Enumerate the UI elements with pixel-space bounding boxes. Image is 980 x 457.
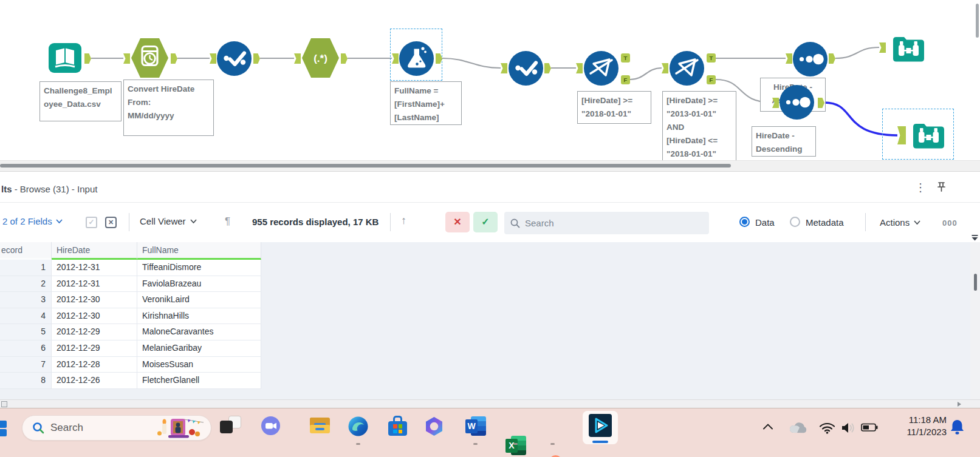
cell-fullname[interactable]: MaloneCaravantes (137, 324, 261, 340)
annotation-datetime[interactable]: Convert HireDate From: MM/dd/yyyy (123, 80, 214, 136)
connection-wire[interactable] (630, 68, 662, 80)
metadata-radio[interactable] (790, 217, 800, 227)
actions-dropdown[interactable]: Actions (880, 217, 920, 228)
search-input[interactable] (525, 218, 703, 228)
canvas-horizontal-scrollbar[interactable] (0, 160, 980, 171)
cell-hiredate[interactable]: 2012-12-29 (52, 324, 137, 340)
filter-tool-1[interactable] (584, 51, 618, 88)
results-data-grid[interactable]: ecord HireDate FullName 1 2012-12-31 Tif… (0, 242, 970, 400)
scroll-right-arrow-icon[interactable] (956, 401, 962, 407)
annotation-filter2[interactable]: [HireDate] >= "2013-01-01" AND [HireDate… (662, 91, 736, 160)
annotation-sort-descending[interactable]: HireDate - Descending (752, 126, 816, 157)
task-view-icon[interactable] (220, 416, 243, 435)
sort-tool-1[interactable] (793, 42, 828, 79)
column-header-hiredate[interactable]: HireDate (52, 242, 137, 260)
pilcrow-icon[interactable]: ¶ (225, 215, 230, 228)
cell-hiredate[interactable]: 2012-12-29 (52, 340, 137, 357)
cell-hiredate[interactable]: 2012-12-28 (52, 357, 137, 373)
metadata-radio-label[interactable]: Metadata (806, 217, 844, 228)
cell-hiredate[interactable]: 2012-12-26 (52, 373, 137, 389)
data-radio[interactable] (739, 217, 750, 227)
select-all-checkbox-icon[interactable]: ✓ (86, 217, 97, 228)
cell-record[interactable]: 5 (0, 324, 52, 340)
word-icon[interactable]: W (465, 416, 486, 436)
connection-wire[interactable] (442, 58, 501, 68)
edge-browser-icon[interactable] (348, 416, 368, 439)
cell-fullname[interactable]: VeronikLaird (137, 292, 261, 308)
kebab-menu-icon[interactable]: ⋮ (915, 181, 926, 194)
chat-icon[interactable] (261, 416, 280, 438)
cell-hiredate[interactable]: 2012-12-31 (52, 260, 137, 276)
excel-icon[interactable]: X (505, 436, 526, 455)
cell-fullname[interactable]: MoisesSusan (137, 357, 261, 373)
false-filter-button[interactable]: ✕ (445, 212, 470, 232)
taskbar-search-input[interactable] (50, 422, 148, 434)
wifi-icon[interactable] (819, 422, 835, 434)
true-filter-button[interactable]: ✓ (473, 212, 498, 232)
cell-viewer-dropdown[interactable]: Cell Viewer (140, 216, 197, 226)
cell-hiredate[interactable]: 2012-12-31 (52, 276, 137, 293)
cell-record[interactable]: 1 (0, 260, 52, 276)
true-output-anchor[interactable]: T (707, 53, 716, 63)
cell-record[interactable]: 2 (0, 276, 52, 293)
scrollbar-thumb[interactable] (974, 274, 977, 291)
cell-record[interactable]: 7 (0, 357, 52, 373)
data-radio-label[interactable]: Data (755, 217, 775, 228)
file-explorer-icon[interactable] (310, 418, 330, 434)
select-tool-2[interactable] (509, 51, 543, 88)
cell-record[interactable]: 8 (0, 373, 52, 389)
datetime-tool[interactable] (131, 37, 169, 81)
deselect-all-icon[interactable]: ✕ (105, 217, 117, 228)
annotation-input[interactable]: Challenge8_Empl oyee_Data.csv (39, 81, 122, 121)
divider (129, 213, 129, 231)
annotation-filter1[interactable]: [HireDate] >= "2018-01-01" (577, 91, 651, 124)
grid-vertical-scrollbar[interactable] (970, 242, 980, 400)
input-data-tool[interactable] (47, 40, 83, 78)
windows-start-icon[interactable] (0, 421, 7, 428)
results-search-box[interactable] (504, 212, 709, 234)
connection-wire[interactable] (835, 47, 879, 58)
windows-start-icon[interactable] (0, 429, 7, 436)
scrollbar-thumb[interactable] (0, 164, 731, 168)
microsoft-store-icon[interactable] (388, 416, 408, 436)
false-output-anchor[interactable]: F (707, 75, 716, 84)
cell-record[interactable]: 4 (0, 308, 52, 325)
taskbar-clock[interactable]: 11:18 AM 11/1/2023 (881, 414, 947, 438)
cell-record[interactable]: 3 (0, 292, 52, 308)
regex-tool[interactable]: (.*) (301, 37, 340, 81)
cell-record[interactable]: 6 (0, 340, 52, 357)
canvas-vertical-scrollbar[interactable] (976, 4, 979, 38)
onedrive-cloud-icon[interactable] (789, 421, 809, 434)
pin-icon[interactable] (936, 181, 947, 195)
cell-hiredate[interactable]: 2012-12-30 (52, 292, 137, 308)
column-header-record[interactable]: ecord (0, 242, 52, 260)
up-arrow-icon[interactable]: ↑ (401, 214, 406, 227)
browse-tool-2[interactable] (911, 118, 946, 155)
fields-dropdown[interactable]: 2 of 2 Fields (2, 216, 63, 226)
chevron-up-icon[interactable] (763, 424, 773, 430)
false-output-anchor[interactable]: F (621, 75, 630, 84)
cell-hiredate[interactable]: 2012-12-30 (52, 308, 137, 325)
sort-tool-2[interactable] (780, 85, 814, 122)
running-app-indicator (473, 443, 478, 445)
cell-fullname[interactable]: FletcherGlanell (137, 373, 261, 389)
column-header-fullname[interactable]: FullName (137, 242, 261, 260)
cell-fullname[interactable]: KirishnaHills (137, 308, 261, 325)
formula-tool[interactable] (399, 41, 434, 78)
cell-fullname[interactable]: FaviolaBrazeau (137, 276, 261, 293)
microsoft-365-icon[interactable] (424, 416, 444, 439)
cell-fullname[interactable]: MelanieGaribay (137, 340, 261, 357)
battery-icon[interactable] (861, 423, 878, 432)
true-output-anchor[interactable]: T (621, 53, 630, 63)
taskbar-search-box[interactable] (22, 415, 211, 441)
filter-tool-2[interactable] (670, 51, 704, 88)
alteryx-app-icon-active[interactable] (583, 411, 618, 444)
select-tool[interactable] (217, 41, 252, 78)
notification-bell-icon[interactable] (950, 419, 964, 435)
browse-tool-1[interactable] (891, 31, 926, 68)
workflow-canvas[interactable]: Challenge8_Empl oyee_Data.csv Convert Hi… (0, 0, 980, 160)
volume-icon[interactable] (841, 422, 857, 434)
scrollbar-corner-box[interactable] (1, 401, 7, 407)
annotation-formula[interactable]: FullName = [FirstName]+ [LastName] (390, 81, 462, 125)
cell-fullname[interactable]: TiffeaniDismore (137, 260, 261, 276)
